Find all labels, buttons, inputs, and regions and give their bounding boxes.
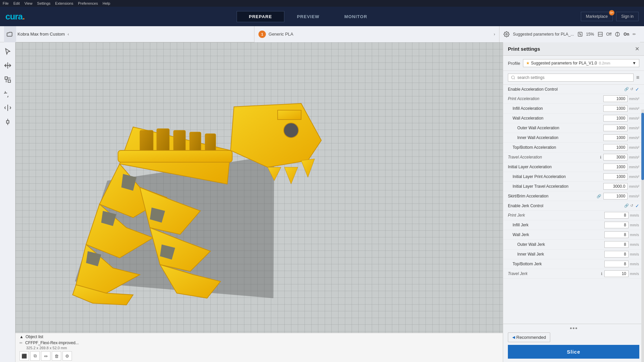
3d-model[interactable] bbox=[66, 100, 328, 308]
tool-select[interactable] bbox=[1, 45, 14, 58]
dot-3[interactable] bbox=[575, 327, 577, 329]
reset-icon-12[interactable]: ↺ bbox=[630, 203, 633, 208]
settings-info-bar: Suggested parameters for PLA_... 15% Off… bbox=[499, 26, 640, 42]
panel-close-button[interactable]: ✕ bbox=[635, 46, 639, 52]
tab-prepare[interactable]: PREPARE bbox=[237, 11, 285, 22]
unit-17: mm/s bbox=[630, 252, 639, 256]
menu-extensions[interactable]: Extensions bbox=[55, 1, 73, 5]
value-input-4[interactable] bbox=[603, 125, 628, 131]
value-input-18[interactable] bbox=[604, 261, 629, 267]
printer-label: Kobra Max from Custom ‹ bbox=[17, 32, 254, 37]
tool-move[interactable] bbox=[1, 59, 14, 72]
app-logo: cura. bbox=[5, 11, 25, 22]
link-icon-12[interactable]: 🔗 bbox=[624, 203, 629, 208]
value-input-3[interactable] bbox=[603, 115, 628, 122]
object-list-tools: ⬛ ⧉ ⇔ 🗑 ⚙ bbox=[19, 351, 499, 361]
filament-arrow[interactable]: › bbox=[494, 32, 495, 37]
tool-copy[interactable]: ⧉ bbox=[30, 351, 40, 361]
menu-file[interactable]: File bbox=[3, 1, 9, 5]
value-input-1[interactable] bbox=[603, 95, 628, 102]
svg-point-4 bbox=[580, 35, 581, 35]
scrollbar-thumb[interactable] bbox=[641, 113, 644, 180]
tool-scale[interactable] bbox=[1, 73, 14, 86]
setting-name-14: Infill Jerk bbox=[508, 223, 604, 227]
pencil-icon[interactable]: ✏ bbox=[633, 32, 636, 37]
check-0[interactable]: ✓ bbox=[635, 87, 639, 92]
tab-preview[interactable]: PREVIEW bbox=[284, 11, 332, 22]
unit-10: mm/s² bbox=[629, 184, 639, 188]
value-input-15[interactable] bbox=[604, 231, 629, 238]
unit-5: mm/s² bbox=[629, 136, 639, 140]
svg-line-43 bbox=[514, 79, 515, 79]
settings-icon bbox=[504, 31, 510, 37]
unit-6: mm/s² bbox=[629, 145, 639, 149]
value-input-16[interactable] bbox=[604, 241, 629, 248]
canvas-area[interactable]: ▲ Object list ✏ CFFPF_Flexi-Rex-improved… bbox=[15, 42, 503, 362]
menu-preferences[interactable]: Preferences bbox=[78, 1, 98, 5]
setting-name-15: Wall Jerk bbox=[508, 232, 604, 237]
value-input-14[interactable] bbox=[604, 222, 629, 228]
value-input-19[interactable] bbox=[604, 270, 629, 277]
hamburger-menu-icon[interactable]: ≡ bbox=[636, 75, 639, 81]
value-input-13[interactable] bbox=[604, 212, 629, 219]
menu-help[interactable]: Help bbox=[103, 1, 110, 5]
link-icon-0[interactable]: 🔗 bbox=[624, 87, 629, 91]
dot-1[interactable] bbox=[570, 327, 572, 329]
reset-icon-0[interactable]: ↺ bbox=[630, 87, 633, 91]
search-input-wrap bbox=[508, 74, 634, 82]
setting-name-3: Wall Acceleration bbox=[508, 116, 603, 121]
value-input-8[interactable] bbox=[603, 164, 628, 170]
value-input-5[interactable] bbox=[603, 134, 628, 141]
profile-select[interactable]: ★ Suggested parameters for PLA_V1.0 0.2m… bbox=[523, 59, 639, 67]
tool-box[interactable]: ⬛ bbox=[19, 351, 29, 361]
info-icon-7[interactable]: ℹ bbox=[600, 155, 601, 160]
value-input-11[interactable] bbox=[603, 193, 628, 199]
menu-settings[interactable]: Settings bbox=[37, 1, 50, 5]
svg-marker-19 bbox=[284, 167, 298, 184]
unit-8: mm/s² bbox=[629, 165, 639, 169]
collapse-icon[interactable]: ▲ bbox=[19, 334, 24, 339]
tool-delete[interactable]: 🗑 bbox=[52, 351, 61, 361]
recommended-arrow-icon: ◀ bbox=[512, 335, 515, 340]
check-12[interactable]: ✓ bbox=[635, 203, 639, 209]
tool-obj-settings[interactable]: ⚙ bbox=[63, 351, 72, 361]
menu-view[interactable]: View bbox=[25, 1, 33, 5]
unit-18: mm/s bbox=[630, 262, 639, 266]
link-icon-11[interactable]: 🔗 bbox=[597, 194, 601, 198]
tool-mirror[interactable] bbox=[1, 101, 14, 114]
secondary-bar: Kobra Max from Custom ‹ 1 Generic PLA › … bbox=[0, 26, 644, 42]
setting-name-2: Infill Acceleration bbox=[508, 106, 603, 111]
value-input-10[interactable] bbox=[603, 183, 628, 190]
tool-rotate[interactable] bbox=[1, 87, 14, 100]
value-input-17[interactable] bbox=[604, 251, 629, 258]
folder-icon[interactable] bbox=[4, 26, 16, 42]
signin-button[interactable]: Sign in bbox=[616, 12, 639, 21]
value-input-7[interactable] bbox=[603, 154, 628, 161]
object-list-title: Object list bbox=[26, 334, 43, 339]
value-input-9[interactable] bbox=[603, 173, 628, 180]
menu-edit[interactable]: Edit bbox=[13, 1, 20, 5]
marketplace-button[interactable]: Marketplace 9+ bbox=[581, 12, 613, 21]
tool-mirror-obj[interactable]: ⇔ bbox=[41, 351, 50, 361]
unit-4: mm/s² bbox=[629, 126, 639, 130]
setting-enable-jerk-control: Enable Jerk Control 🔗 ↺ ✓ bbox=[503, 201, 644, 211]
percentage-icon bbox=[577, 32, 583, 37]
unit-15: mm/s bbox=[630, 233, 639, 237]
printer-arrow[interactable]: ‹ bbox=[68, 32, 69, 37]
filament-icon: 1 bbox=[258, 31, 266, 38]
value-input-6[interactable] bbox=[603, 144, 628, 151]
unit-11: mm/s² bbox=[629, 194, 639, 198]
off-label: Off bbox=[606, 32, 612, 37]
settings-profile-info: Suggested parameters for PLA_... bbox=[513, 32, 574, 37]
object-item-name[interactable]: CFFPF_Flexi-Rex-improved... bbox=[25, 341, 79, 345]
search-input[interactable] bbox=[517, 75, 630, 80]
nav-tabs: PREPARE PREVIEW MONITOR bbox=[35, 11, 581, 22]
tool-support[interactable] bbox=[1, 116, 14, 128]
slice-button[interactable]: Slice bbox=[508, 345, 639, 359]
tab-monitor[interactable]: MONITOR bbox=[332, 11, 379, 22]
value-input-2[interactable] bbox=[603, 105, 628, 112]
info-icon-19[interactable]: ℹ bbox=[601, 272, 602, 276]
dot-2[interactable] bbox=[573, 327, 574, 329]
recommended-button[interactable]: ◀ Recommended bbox=[508, 332, 550, 342]
profile-dropdown-arrow[interactable]: ▼ bbox=[632, 61, 636, 65]
